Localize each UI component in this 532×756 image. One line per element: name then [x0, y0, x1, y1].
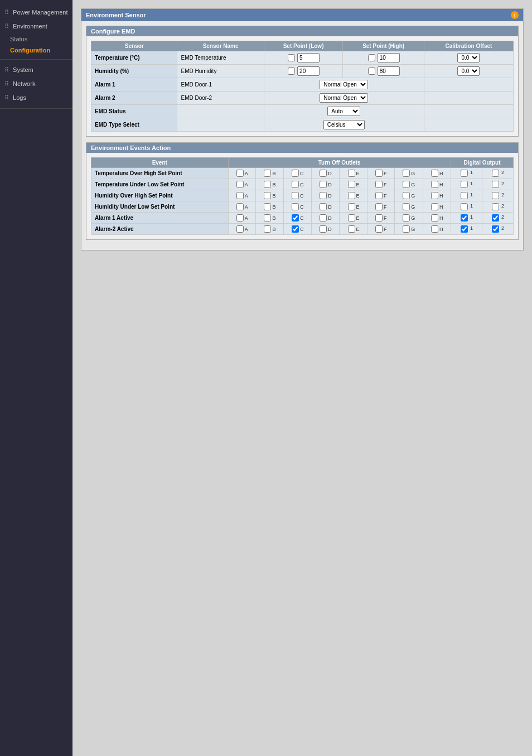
outlet-cell-b: B: [256, 190, 284, 201]
outlet-checkbox-c[interactable]: [292, 225, 299, 233]
do2-cell: 2: [482, 168, 513, 179]
cal-select[interactable]: 0.0: [457, 66, 480, 76]
dots-icon: ⠿: [4, 66, 9, 74]
outlet-checkbox-c[interactable]: [292, 181, 299, 188]
outlet-checkbox-e[interactable]: [348, 192, 355, 199]
alarm-state-select[interactable]: Normal Open Normal Close: [320, 80, 368, 89]
emd-type-select[interactable]: Celsius Fahrenheit: [323, 120, 365, 129]
outlet-checkbox-h[interactable]: [431, 203, 438, 210]
outlet-checkbox-d[interactable]: [320, 214, 327, 221]
empty-cell: [424, 78, 513, 92]
sidebar-item-logs[interactable]: ⠿ Logs: [0, 91, 72, 105]
outlet-cell-b: B: [256, 168, 284, 179]
outlet-checkbox-c[interactable]: [292, 214, 299, 221]
do2-checkbox[interactable]: [492, 203, 499, 210]
do2-checkbox[interactable]: [492, 170, 499, 177]
do1-checkbox[interactable]: [461, 170, 468, 177]
outlet-checkbox-e[interactable]: [348, 225, 355, 233]
panel-header: Environment Sensor i: [81, 9, 523, 21]
outlet-checkbox-d[interactable]: [320, 192, 327, 199]
outlet-checkbox-d[interactable]: [320, 170, 327, 177]
sp-low-checkbox[interactable]: [288, 68, 295, 75]
do1-checkbox[interactable]: [461, 203, 468, 210]
outlet-checkbox-f[interactable]: [375, 214, 383, 221]
outlet-checkbox-d[interactable]: [320, 203, 327, 210]
outlet-checkbox-f[interactable]: [375, 181, 383, 188]
configure-emd-body: Sensor Sensor Name Set Point (Low) Set P…: [86, 36, 518, 136]
sidebar-sub-configuration[interactable]: Configuration: [0, 45, 72, 56]
sp-high-checkbox[interactable]: [368, 54, 375, 61]
do2-checkbox[interactable]: [492, 192, 499, 199]
do1-checkbox[interactable]: [461, 192, 468, 199]
outlet-checkbox-f[interactable]: [375, 203, 383, 210]
outlet-checkbox-h[interactable]: [431, 192, 438, 199]
outlet-checkbox-g[interactable]: [403, 181, 410, 188]
outlet-cell-b: B: [256, 179, 284, 190]
sidebar-item-power-management[interactable]: ⠿ Power Management: [0, 6, 72, 20]
outlet-checkbox-a[interactable]: [236, 181, 244, 188]
outlet-checkbox-b[interactable]: [264, 192, 271, 199]
sp-high-input[interactable]: [378, 66, 400, 76]
outlet-checkbox-b[interactable]: [264, 170, 271, 177]
do1-checkbox[interactable]: [461, 181, 468, 188]
outlet-checkbox-g[interactable]: [403, 170, 410, 177]
outlet-checkbox-f[interactable]: [375, 225, 383, 233]
outlet-checkbox-c[interactable]: [292, 192, 299, 199]
outlet-checkbox-b[interactable]: [264, 181, 271, 188]
outlet-checkbox-h[interactable]: [431, 170, 438, 177]
outlet-checkbox-a[interactable]: [236, 170, 244, 177]
outlet-checkbox-f[interactable]: [375, 192, 383, 199]
outlet-checkbox-e[interactable]: [348, 181, 355, 188]
outlet-checkbox-e[interactable]: [348, 203, 355, 210]
outlet-checkbox-g[interactable]: [403, 214, 410, 221]
outlet-checkbox-g[interactable]: [403, 225, 410, 233]
outlet-checkbox-a[interactable]: [236, 225, 244, 233]
sp-low-checkbox[interactable]: [288, 54, 295, 61]
sp-high-checkbox[interactable]: [368, 68, 375, 75]
do1-checkbox[interactable]: [461, 214, 468, 221]
do2-checkbox[interactable]: [492, 181, 499, 188]
sidebar-item-environment[interactable]: ⠿ Environment: [0, 20, 72, 33]
sidebar-item-system[interactable]: ⠿ System: [0, 63, 72, 77]
col-sensor-name: Sensor Name: [177, 41, 264, 51]
sp-high-input[interactable]: [378, 53, 400, 62]
do1-checkbox[interactable]: [461, 225, 468, 233]
outlet-checkbox-g[interactable]: [403, 192, 410, 199]
outlet-checkbox-d[interactable]: [320, 181, 327, 188]
cal-cell: 0.0: [424, 65, 513, 78]
outlet-checkbox-f[interactable]: [375, 170, 383, 177]
cal-select[interactable]: 0.0: [457, 53, 480, 62]
outlet-checkbox-e[interactable]: [348, 214, 355, 221]
do2-checkbox[interactable]: [492, 214, 499, 221]
outlet-checkbox-c[interactable]: [292, 170, 299, 177]
outlet-checkbox-c[interactable]: [292, 203, 299, 210]
sp-low-input[interactable]: [297, 53, 320, 62]
sp-low-input[interactable]: [297, 66, 320, 76]
emd-status-select[interactable]: Auto Manual: [327, 107, 360, 116]
configure-emd-header: Configure EMD: [86, 26, 518, 36]
outlet-checkbox-d[interactable]: [320, 225, 327, 233]
alarm-state-cell: Normal Open Normal Close: [264, 78, 424, 92]
outlet-checkbox-a[interactable]: [236, 214, 244, 221]
outlet-checkbox-h[interactable]: [431, 181, 438, 188]
event-label: Humidity Over High Set Point: [91, 190, 229, 201]
outlet-checkbox-h[interactable]: [431, 214, 438, 221]
outlet-checkbox-a[interactable]: [236, 203, 244, 210]
alarm-state-select[interactable]: Normal Open Normal Close: [320, 93, 368, 103]
outlet-checkbox-b[interactable]: [264, 225, 271, 233]
outlet-cell-a: A: [228, 213, 256, 224]
outlet-checkbox-a[interactable]: [236, 192, 244, 199]
sidebar-item-network[interactable]: ⠿ Network: [0, 77, 72, 91]
outlet-checkbox-b[interactable]: [264, 203, 271, 210]
outlet-checkbox-h[interactable]: [431, 225, 438, 233]
outlet-checkbox-e[interactable]: [348, 170, 355, 177]
sp-low-cell: [264, 65, 343, 78]
outlet-checkbox-b[interactable]: [264, 214, 271, 221]
outlet-cell-c: C: [283, 190, 311, 201]
sidebar-sub-status[interactable]: Status: [0, 33, 72, 45]
outlet-cell-g: G: [394, 168, 423, 179]
outlet-checkbox-g[interactable]: [403, 203, 410, 210]
do2-checkbox[interactable]: [492, 225, 499, 233]
info-icon[interactable]: i: [511, 11, 519, 19]
events-action-header: Environment Events Action: [86, 143, 518, 153]
